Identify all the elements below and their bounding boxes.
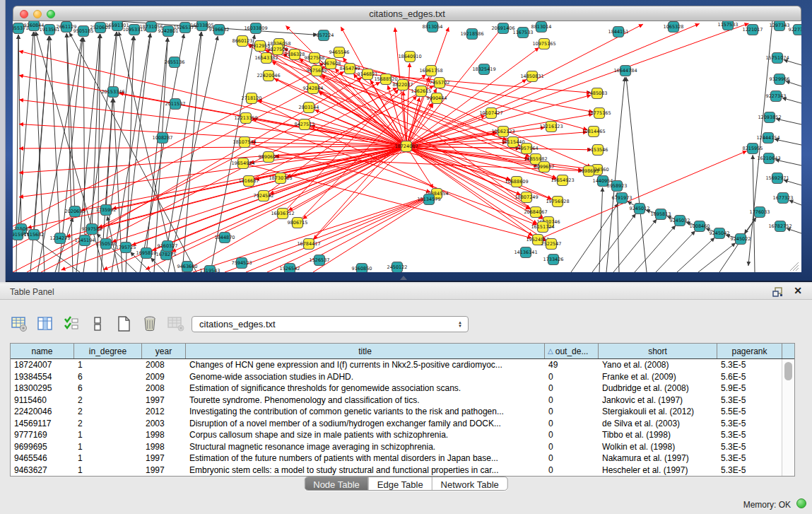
table-row[interactable]: 1872400712008Changes of HCN gene express… [11,359,794,371]
red-edge[interactable] [538,151,747,240]
table-row[interactable]: 977716911998Corpus callosum shape and si… [11,429,794,441]
table-cell[interactable]: 49 [545,359,599,371]
tab-network-table[interactable]: Network Table [433,477,507,490]
table-cell[interactable]: 18300295 [11,382,74,395]
table-options-button[interactable] [10,315,28,333]
network-canvas[interactable]: 1872400786601238912955182260589827508165… [13,21,801,272]
table-cell[interactable]: 5.6E-5 [717,371,782,383]
table-cell[interactable]: Franke et al. (2009) [599,371,717,383]
toggle-view-button[interactable] [88,315,107,333]
black-edge[interactable] [571,203,618,272]
table-cell[interactable]: 14569117 [11,418,74,430]
table-cell[interactable]: Changes of HCN gene expression and I(f) … [186,359,545,371]
table-cell[interactable]: 19384554 [11,371,74,383]
table-cell[interactable]: Genome-wide association studies in ADHD. [186,371,545,383]
table-cell[interactable]: 5.3E-5 [717,465,782,477]
table-cell[interactable]: 9115460 [11,395,74,407]
table-cell[interactable]: Estimation of significance thresholds fo… [186,382,545,395]
table-row[interactable]: 911546021997Tourette syndrome. Phenomeno… [11,395,794,407]
table-cell[interactable]: 0 [545,418,599,430]
column-header-name[interactable]: name [11,344,74,358]
red-edge[interactable] [19,146,406,197]
table-cell[interactable]: 22420046 [11,406,74,418]
table-cell[interactable]: 9699695 [11,441,74,453]
table-cell[interactable]: 0 [545,452,599,465]
network-graph[interactable]: 1872400786601238912955182260589827508165… [13,21,801,272]
table-cell[interactable]: 2012 [142,406,186,418]
table-cell[interactable]: 1997 [142,465,186,477]
column-header-short[interactable]: short [599,344,717,358]
table-cell[interactable]: Stergiakouli et al. (2012) [599,406,717,418]
table-cell[interactable]: 2009 [142,371,186,383]
table-cell[interactable]: Wolkin et al. (1998) [599,441,717,453]
column-header-pagerank[interactable]: pagerank [717,344,782,358]
table-row[interactable]: 2242004622012Investigating the contribut… [11,406,794,418]
table-cell[interactable]: 1998 [142,429,186,441]
delete-column-button[interactable] [167,315,185,333]
black-edge[interactable] [677,238,714,272]
table-cell[interactable]: 1 [74,429,142,441]
red-edge[interactable] [274,78,406,146]
table-cell[interactable]: 5.9E-5 [717,382,782,395]
table-cell[interactable]: 0 [545,441,599,453]
table-cell[interactable]: 1 [74,465,142,477]
black-edge[interactable] [606,77,625,272]
red-edge[interactable] [13,82,380,272]
table-cell[interactable]: 2 [74,395,142,407]
table-cell[interactable]: 0 [545,406,599,418]
red-edge[interactable] [406,146,591,169]
table-cell[interactable]: 0 [545,429,599,441]
black-edge[interactable] [613,219,657,272]
select-columns-button[interactable] [36,315,54,333]
red-edge[interactable] [19,146,406,148]
float-panel-icon[interactable] [772,286,784,298]
table-cell[interactable]: 5.3E-5 [717,418,782,430]
table-cell[interactable]: 1997 [142,452,186,465]
black-edge[interactable] [789,200,801,205]
close-panel-icon[interactable]: ✕ [794,285,802,296]
table-cell[interactable]: Investigating the contribution of common… [186,406,545,418]
table-cell[interactable]: Tourette syndrome. Phenomenology and cla… [186,395,545,407]
tab-edge-table[interactable]: Edge Table [369,477,433,490]
table-cell[interactable]: 18724007 [11,359,74,371]
red-edge[interactable] [267,197,431,272]
network-window-titlebar[interactable]: citations_edges.txt [13,6,801,21]
table-cell[interactable]: 0 [545,382,599,395]
red-edge[interactable] [406,63,410,146]
table-cell[interactable]: Hescheler et al. (1997) [599,465,717,477]
table-cell[interactable]: Tibbo et al. (1998) [599,429,717,441]
black-edge[interactable] [49,36,60,238]
column-header-year[interactable]: year [142,344,186,358]
table-cell[interactable]: 5.3E-5 [717,395,782,407]
create-table-button[interactable] [114,315,133,333]
column-header-in_degree[interactable]: in_degree [74,344,142,358]
table-cell[interactable]: Embryonic stem cells: a model to study s… [186,465,545,477]
table-cell[interactable]: de Silva et al. (2003) [599,418,717,430]
red-edge[interactable] [406,115,486,146]
table-cell[interactable]: Estimation of the future numbers of pati… [186,452,545,465]
table-cell[interactable]: 9463627 [11,465,74,477]
table-cell[interactable]: 5.3E-5 [717,359,782,371]
table-cell[interactable]: Yano et al. (2008) [599,359,717,371]
black-edge[interactable] [626,77,647,272]
column-header-out_de[interactable]: △out_de... [545,344,599,358]
table-row[interactable]: 1456911722003Disruption of a novel membe… [11,418,794,430]
resize-grip-icon[interactable] [793,265,799,271]
column-header-title[interactable]: title [186,344,545,358]
table-cell[interactable]: Nakamura et al. (1997) [599,452,717,465]
table-cell[interactable]: 5.3E-5 [717,429,782,441]
red-edge[interactable] [152,146,406,251]
table-cell[interactable]: 5.3E-5 [717,452,782,465]
tab-node-table[interactable]: Node Table [305,477,369,490]
black-edge[interactable] [112,33,151,272]
table-cell[interactable]: Jankovic et al. (1997) [599,395,717,407]
red-edge[interactable] [406,23,749,146]
table-cell[interactable]: 5.5E-5 [717,406,782,418]
table-cell[interactable]: 0 [545,371,599,383]
red-edge[interactable] [313,197,431,272]
table-cell[interactable]: 1998 [142,441,186,453]
select-rows-button[interactable] [62,315,81,333]
red-edge[interactable] [13,66,325,226]
table-row[interactable]: 946362711997Embryonic stem cells: a mode… [11,465,794,477]
black-edge[interactable] [635,226,676,272]
